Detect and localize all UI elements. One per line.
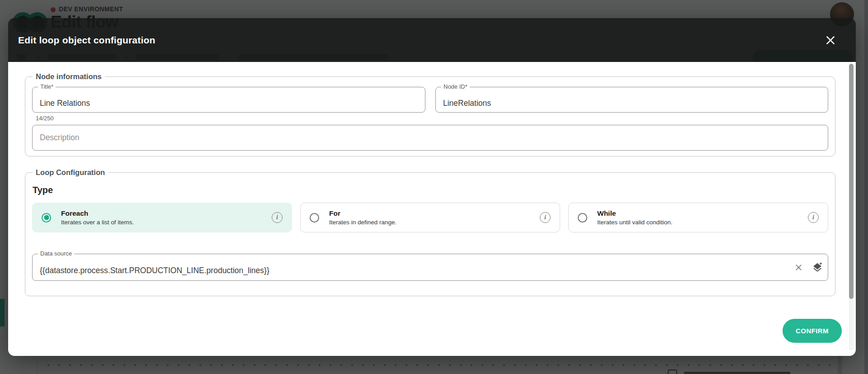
clear-icon	[794, 263, 803, 272]
option-description: Iterates over a list of items.	[61, 219, 134, 226]
description-field	[32, 125, 828, 151]
node-informations-section: Node informations Title* 14/250 Node ID*	[25, 72, 835, 156]
info-icon[interactable]: i	[272, 212, 283, 223]
node-id-field: Node ID*	[435, 87, 828, 113]
option-card-while[interactable]: While Iterates until valid condition. i	[568, 203, 828, 232]
dialog-title: Edit loop object configuration	[18, 35, 155, 46]
confirm-button[interactable]: CONFIRM	[783, 319, 842, 343]
radio-for-unchecked-icon	[310, 213, 319, 223]
dialog-scrollbar-thumb[interactable]	[849, 64, 854, 299]
data-source-input[interactable]	[33, 254, 828, 280]
close-icon	[825, 34, 836, 46]
title-input[interactable]	[33, 87, 425, 112]
edit-loop-dialog: Edit loop object configuration Node info…	[8, 18, 856, 356]
loop-configuration-legend: Loop Configuration	[33, 168, 108, 177]
close-button[interactable]	[821, 31, 840, 49]
data-source-field: Data source	[32, 254, 828, 281]
title-char-counter: 14/250	[36, 115, 425, 122]
radio-while-unchecked-icon	[578, 213, 587, 223]
option-name: Foreach	[61, 209, 134, 218]
dialog-body: Node informations Title* 14/250 Node ID*	[8, 62, 856, 356]
info-icon[interactable]: i	[808, 212, 819, 223]
loop-type-options: Foreach Iterates over a list of items. i…	[32, 203, 828, 232]
node-id-input[interactable]	[436, 87, 828, 112]
type-label: Type	[33, 185, 835, 195]
title-field: Title*	[32, 87, 425, 113]
loop-configuration-section: Loop Configuration Type Foreach Iterates…	[25, 168, 835, 296]
dialog-header: Edit loop object configuration	[8, 18, 856, 62]
option-description: Iterates until valid condition.	[597, 219, 673, 226]
description-input[interactable]	[33, 125, 828, 150]
option-card-foreach[interactable]: Foreach Iterates over a list of items. i	[32, 203, 292, 232]
screen: DEV ENVIRONMENT Edit flow Edit loop obje…	[0, 0, 868, 374]
clear-data-source-button[interactable]	[792, 260, 805, 274]
layers-plus-icon	[812, 262, 823, 273]
option-name: While	[597, 209, 673, 218]
option-card-for[interactable]: For Iterates in defined range. i	[300, 203, 560, 232]
node-informations-legend: Node informations	[33, 72, 105, 81]
info-icon[interactable]: i	[540, 212, 551, 223]
option-description: Iterates in defined range.	[329, 219, 396, 226]
insert-variable-button[interactable]	[811, 260, 824, 274]
option-name: For	[329, 209, 396, 218]
radio-foreach-checked-icon	[42, 213, 51, 223]
